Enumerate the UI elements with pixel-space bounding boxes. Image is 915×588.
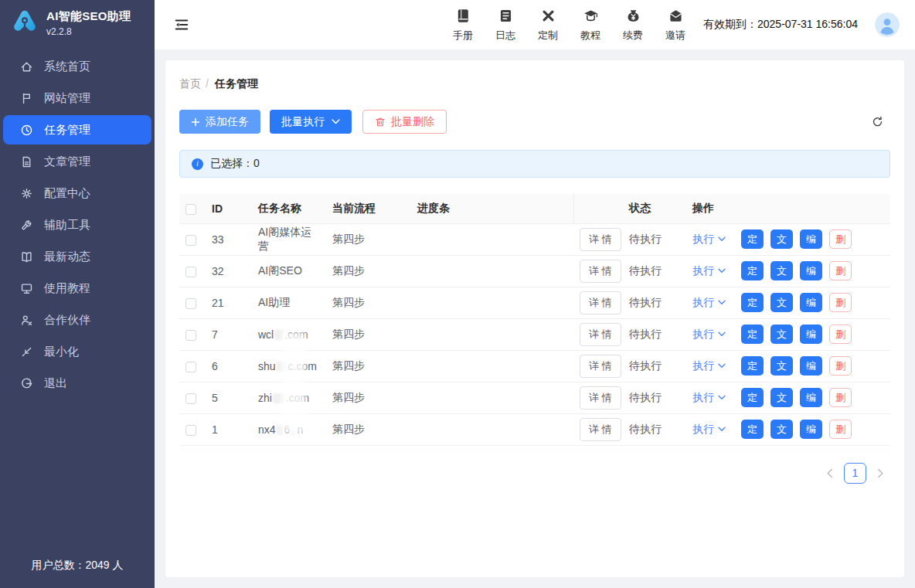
column-header: 状态 [623, 194, 686, 223]
detail-button[interactable]: 详 情 [580, 418, 621, 441]
refresh-icon[interactable] [871, 115, 884, 128]
op-delete-button[interactable]: 删 [829, 388, 852, 407]
breadcrumb-home[interactable]: 首页 [179, 77, 201, 90]
op-edit-button[interactable]: 编 [800, 293, 822, 312]
topbar-action-log[interactable]: 日志 [493, 8, 518, 42]
sidebar-item-home[interactable]: 系统首页 [3, 52, 151, 81]
main-area: 手册日志定制教程续费邀请 有效期到：2025-07-31 16:56:04 首页… [155, 0, 915, 588]
op-schedule-button[interactable]: 定 [741, 293, 764, 312]
op-article-button[interactable]: 文 [770, 229, 793, 249]
op-article-button[interactable]: 文 [770, 293, 793, 312]
op-edit-button[interactable]: 编 [800, 356, 822, 376]
op-schedule-button[interactable]: 定 [741, 325, 764, 344]
execute-dropdown[interactable]: 执行 [692, 423, 726, 437]
op-delete-button[interactable]: 删 [829, 293, 852, 312]
op-schedule-button[interactable]: 定 [741, 420, 764, 439]
op-delete-button[interactable]: 删 [829, 229, 852, 249]
execute-dropdown[interactable]: 执行 [692, 328, 726, 342]
op-article-button[interactable]: 文 [770, 420, 793, 439]
op-edit-button[interactable]: 编 [800, 261, 822, 280]
sidebar-item-clock[interactable]: 任务管理 [3, 115, 151, 144]
sidebar-item-flag[interactable]: 网站管理 [3, 83, 151, 113]
selection-alert: i 已选择：0 [179, 150, 890, 178]
detail-button[interactable]: 详 情 [580, 323, 621, 346]
content: 首页/任务管理 添加任务 批量执行 批量删除 [155, 49, 915, 588]
sidebar-item-label: 最新动态 [44, 250, 90, 264]
sidebar-item-minimize[interactable]: 最小化 [3, 337, 151, 366]
op-schedule-button[interactable]: 定 [741, 229, 764, 249]
topbar-action-money[interactable]: 续费 [621, 8, 645, 42]
add-task-button[interactable]: 添加任务 [179, 110, 260, 134]
op-article-button[interactable]: 文 [770, 356, 793, 376]
op-delete-button[interactable]: 删 [829, 261, 852, 280]
op-article-button[interactable]: 文 [770, 261, 793, 280]
cell-status: 待执行 [623, 350, 686, 382]
topbar-action-custom[interactable]: 定制 [536, 8, 560, 42]
cell-task-name: AI助理 [252, 287, 326, 318]
row-checkbox[interactable] [185, 362, 196, 372]
row-checkbox[interactable] [185, 235, 196, 246]
op-delete-button[interactable]: 删 [829, 356, 852, 376]
user-avatar[interactable] [875, 12, 900, 37]
task-row: 32AI阁SEO第四步详 情待执行执行 定文编删 [179, 255, 890, 287]
cell-status: 待执行 [623, 287, 686, 318]
detail-button[interactable]: 详 情 [580, 355, 621, 378]
op-edit-button[interactable]: 编 [800, 229, 822, 249]
row-checkbox[interactable] [185, 330, 196, 341]
op-edit-button[interactable]: 编 [800, 388, 822, 407]
sidebar-item-partner[interactable]: 合作伙伴 [3, 305, 151, 335]
detail-button[interactable]: 详 情 [580, 291, 621, 314]
row-checkbox[interactable] [185, 298, 196, 309]
sidebar-item-book[interactable]: 最新动态 [3, 242, 151, 271]
batch-delete-button[interactable]: 批量删除 [362, 110, 447, 134]
sidebar-item-gear[interactable]: 配置中心 [3, 178, 151, 208]
op-schedule-button[interactable]: 定 [741, 261, 764, 280]
row-checkbox[interactable] [185, 267, 196, 277]
cell-progress [411, 413, 573, 445]
op-schedule-button[interactable]: 定 [741, 388, 764, 407]
detail-button[interactable]: 详 情 [580, 260, 621, 283]
topbar-action-label: 续费 [623, 29, 643, 42]
topbar-action-grad[interactable]: 教程 [578, 8, 603, 42]
op-schedule-button[interactable]: 定 [741, 356, 764, 376]
detail-button[interactable]: 详 情 [580, 386, 621, 410]
row-checkbox[interactable] [185, 425, 196, 436]
app-title: AI智能SEO助理 [46, 9, 131, 24]
topbar-action-label: 定制 [538, 29, 558, 42]
trash-icon [375, 117, 386, 127]
row-checkbox[interactable] [185, 393, 196, 404]
cell-progress [411, 287, 573, 318]
cell-flow: 第四步 [326, 350, 411, 382]
page-number-button[interactable]: 1 [844, 463, 866, 484]
op-delete-button[interactable]: 删 [829, 420, 852, 439]
topbar-action-label: 邀请 [665, 29, 685, 42]
topbar-action-manual[interactable]: 手册 [451, 8, 475, 42]
detail-button[interactable]: 详 情 [580, 228, 621, 251]
topbar-action-label: 教程 [580, 29, 600, 42]
cell-task-name: shuc.com [252, 350, 326, 382]
execute-dropdown[interactable]: 执行 [692, 233, 726, 246]
censored-text [291, 425, 296, 435]
op-article-button[interactable]: 文 [770, 325, 793, 344]
execute-dropdown[interactable]: 执行 [692, 296, 726, 310]
op-edit-button[interactable]: 编 [800, 325, 822, 344]
op-edit-button[interactable]: 编 [800, 420, 822, 439]
cell-progress [411, 382, 573, 413]
prev-page-icon[interactable] [826, 468, 833, 478]
batch-execute-button[interactable]: 批量执行 [270, 110, 352, 134]
collapse-menu-icon[interactable] [173, 16, 190, 33]
sidebar-item-logout[interactable]: 退出 [3, 369, 151, 398]
topbar-action-mail[interactable]: 邀请 [663, 8, 688, 42]
execute-dropdown[interactable]: 执行 [692, 264, 726, 278]
cell-status: 待执行 [623, 382, 686, 413]
op-delete-button[interactable]: 删 [829, 325, 852, 344]
op-article-button[interactable]: 文 [770, 388, 793, 407]
select-all-checkbox[interactable] [185, 204, 196, 215]
sidebar-item-wrench[interactable]: 辅助工具 [3, 210, 151, 240]
execute-dropdown[interactable]: 执行 [692, 391, 726, 405]
sidebar-item-doc[interactable]: 文章管理 [3, 147, 151, 176]
sidebar-item-monitor[interactable]: 使用教程 [3, 274, 151, 303]
execute-dropdown[interactable]: 执行 [692, 359, 726, 373]
toolbar: 添加任务 批量执行 批量删除 [179, 110, 890, 134]
next-page-icon[interactable] [877, 468, 884, 478]
